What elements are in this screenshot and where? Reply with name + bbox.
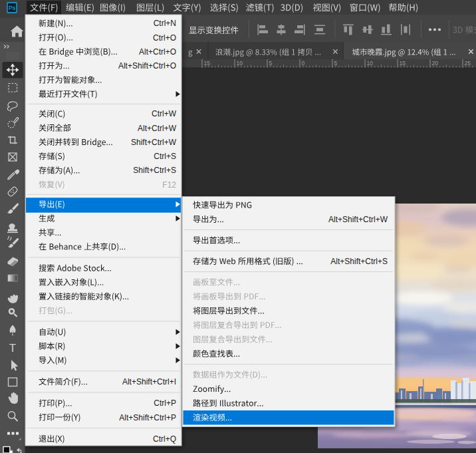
svg-text:Alt+Shift+Ctrl+W: Alt+Shift+Ctrl+W	[328, 215, 388, 224]
svg-text:Ctrl+N: Ctrl+N	[154, 19, 176, 28]
svg-text:Shift+Ctrl+W: Shift+Ctrl+W	[131, 138, 177, 147]
svg-text:Ctrl+O: Ctrl+O	[153, 33, 176, 43]
svg-text:Ctrl+Q: Ctrl+Q	[153, 434, 176, 444]
svg-text:25: 25	[465, 60, 471, 67]
svg-text:20: 20	[432, 60, 439, 67]
svg-text:10: 10	[367, 60, 374, 67]
svg-text:Ctrl+W: Ctrl+W	[152, 109, 177, 118]
svg-text:Alt+Shift+Ctrl+I: Alt+Shift+Ctrl+I	[122, 377, 176, 386]
svg-text:F12: F12	[162, 180, 176, 190]
svg-text:Alt+Ctrl+W: Alt+Ctrl+W	[138, 124, 177, 133]
svg-text:Shift+Ctrl+S: Shift+Ctrl+S	[133, 166, 176, 175]
svg-text:5: 5	[269, 60, 273, 67]
svg-text:Ctrl+P: Ctrl+P	[154, 398, 176, 408]
svg-text:Alt+Ctrl+O: Alt+Ctrl+O	[139, 47, 176, 57]
svg-text:Ctrl+S: Ctrl+S	[154, 152, 176, 161]
svg-text:Alt+Shift+Ctrl+S: Alt+Shift+Ctrl+S	[330, 257, 388, 266]
svg-text:T: T	[9, 342, 16, 355]
svg-text:5: 5	[334, 60, 338, 67]
svg-text:Alt+Shift+Ctrl+P: Alt+Shift+Ctrl+P	[119, 413, 176, 422]
svg-text:0: 0	[302, 60, 305, 67]
svg-text:Ps: Ps	[9, 5, 15, 11]
svg-text:Alt+Shift+Ctrl+O: Alt+Shift+Ctrl+O	[118, 61, 176, 71]
svg-text:10: 10	[237, 60, 243, 67]
svg-text:15: 15	[400, 60, 406, 67]
svg-text:15: 15	[204, 60, 211, 67]
